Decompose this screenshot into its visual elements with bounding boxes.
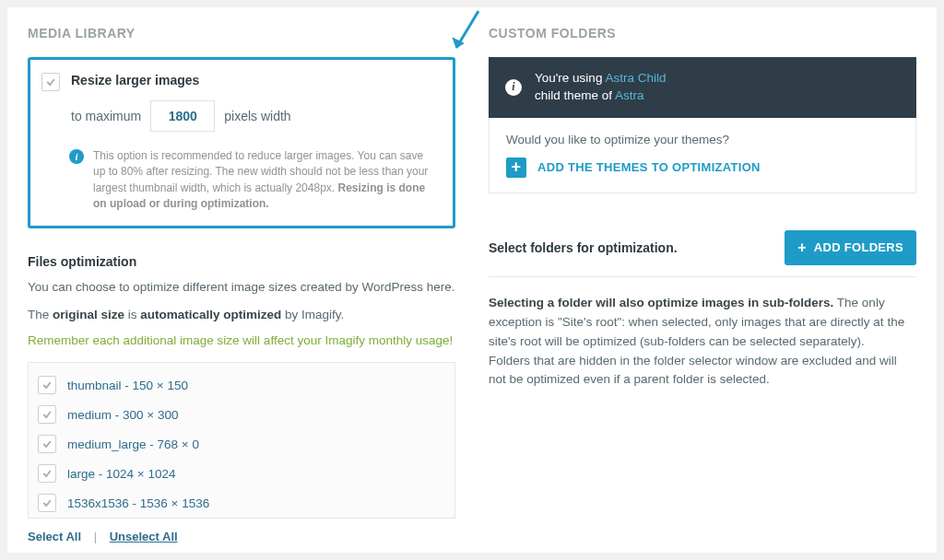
folders-header-row: Select folders for optimization. + ADD F… — [489, 230, 916, 277]
resize-width-input[interactable] — [150, 100, 215, 132]
check-icon — [41, 468, 53, 479]
add-folders-button[interactable]: + ADD FOLDERS — [785, 230, 916, 265]
image-sizes-list[interactable]: thumbnail - 150 × 150 medium - 300 × 300… — [28, 362, 455, 519]
check-icon — [41, 409, 53, 420]
size-label: large - 1024 × 1024 — [67, 467, 175, 481]
check-icon — [45, 76, 56, 88]
custom-folders-title: CUSTOM FOLDERS — [489, 26, 916, 41]
size-label: medium_large - 768 × 0 — [67, 438, 199, 451]
check-icon — [41, 497, 53, 508]
size-label: thumbnail - 150 × 150 — [67, 379, 188, 392]
resize-images-box: Resize larger images to maximum pixels w… — [28, 57, 455, 228]
info-icon: i — [505, 79, 522, 96]
list-item: thumbnail - 150 × 150 — [34, 370, 449, 400]
list-item: medium - 300 × 300 — [34, 400, 449, 429]
size-checkbox[interactable] — [38, 464, 56, 483]
plus-icon: + — [797, 239, 807, 256]
usage-warning: Remember each additional image size will… — [28, 333, 455, 347]
list-item: 1536x1536 - 1536 × 1536 — [34, 488, 449, 518]
theme-optimize-box: Would you like to optimize your themes? … — [489, 118, 916, 193]
resize-checkbox[interactable] — [41, 73, 60, 91]
files-optimization-heading: Files optimization — [28, 254, 455, 269]
check-icon — [41, 438, 53, 449]
media-library-title: MEDIA LIBRARY — [28, 26, 455, 41]
folders-description: Selecting a folder will also optimize im… — [489, 294, 916, 391]
size-checkbox[interactable] — [38, 494, 56, 512]
unselect-all-link[interactable]: Unselect All — [110, 530, 178, 543]
resize-label: Resize larger images — [71, 73, 438, 88]
size-label: 1536x1536 - 1536 × 1536 — [67, 496, 209, 510]
select-links: Select All | Unselect All — [28, 530, 455, 543]
size-label: medium - 300 × 300 — [67, 408, 178, 422]
list-item: large - 1024 × 1024 — [34, 459, 449, 488]
size-checkbox[interactable] — [38, 435, 56, 453]
resize-suffix: pixels width — [224, 109, 290, 123]
theme-parent-link[interactable]: Astra — [615, 88, 644, 102]
select-all-link[interactable]: Select All — [28, 530, 81, 543]
add-themes-button[interactable]: + ADD THE THEMES TO OPTIMIZATION — [506, 158, 761, 178]
size-checkbox[interactable] — [38, 376, 56, 394]
list-item: medium_large - 768 × 0 — [34, 429, 449, 459]
info-icon: i — [69, 149, 84, 164]
optimize-prompt: Would you like to optimize your themes? — [506, 133, 899, 146]
check-icon — [41, 379, 53, 391]
files-optimization-desc: You can choose to optimize different ima… — [28, 278, 455, 297]
theme-child-link[interactable]: Astra Child — [605, 71, 666, 85]
size-checkbox[interactable] — [38, 405, 56, 424]
select-folders-label: Select folders for optimization. — [489, 240, 678, 255]
theme-info-banner: i You're using Astra Child child theme o… — [489, 57, 916, 118]
plus-icon: + — [506, 158, 526, 178]
resize-info-text: This option is recommended to reduce lar… — [93, 148, 438, 213]
resize-prefix: to maximum — [71, 109, 141, 123]
files-optimization-line2: The original size is automatically optim… — [28, 306, 455, 324]
